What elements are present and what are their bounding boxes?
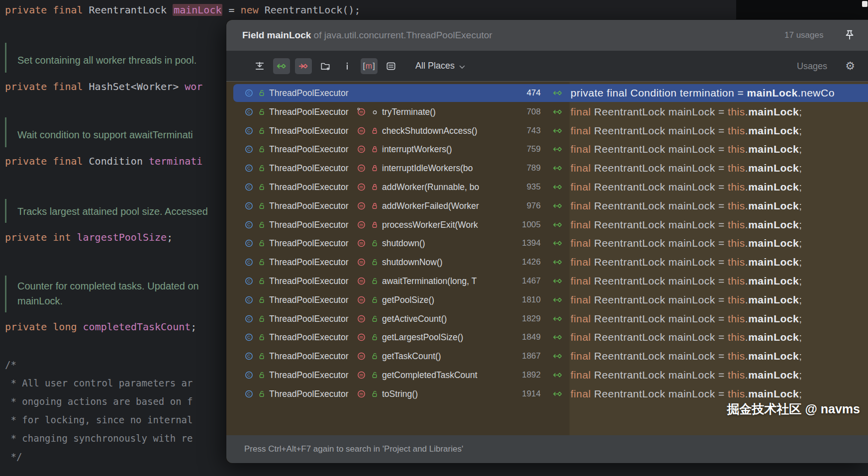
- code-preview: final ReentrantLock mainLock = this.main…: [571, 347, 868, 366]
- package-visibility-icon: [372, 108, 378, 115]
- usage-row[interactable]: CThreadPoolExecutormtryTerminate()708fin…: [226, 102, 868, 121]
- class-icon: C: [245, 126, 253, 135]
- class-icon: C: [245, 277, 253, 286]
- pin-icon[interactable]: [843, 29, 856, 42]
- svg-text:m: m: [360, 279, 363, 284]
- line-number: 708: [485, 102, 541, 121]
- read-access-icon: [553, 353, 563, 360]
- read-access-filter-button[interactable]: [273, 58, 290, 74]
- doc-comment-line: Wait condition to support awaitTerminati: [17, 128, 193, 142]
- editor-pane: Set containing all worker threads in poo…: [0, 0, 226, 476]
- doc-comment-line: Counter for completed tasks. Updated on: [17, 279, 199, 293]
- public-class-lock-icon: [259, 165, 265, 172]
- window-control-icon[interactable]: [862, 1, 868, 7]
- doc-comment-bar: [5, 199, 6, 223]
- chevron-down-icon: [459, 62, 465, 71]
- editor-code-line: private int largestPoolSize;: [5, 230, 173, 244]
- block-comment-line: */: [5, 450, 22, 463]
- find-usages-popup: Field mainLock of java.util.concurrent.T…: [226, 20, 868, 463]
- class-icon: C: [245, 314, 253, 323]
- usage-row[interactable]: CThreadPoolExecutormgetCompletedTaskCoun…: [226, 366, 868, 384]
- class-icon: C: [245, 239, 253, 248]
- folder-asterisk-button[interactable]: [317, 58, 334, 74]
- usage-row[interactable]: CThreadPoolExecutorminterruptWorkers()75…: [226, 140, 868, 159]
- method-name: getCompletedTaskCount: [382, 366, 488, 384]
- popup-toolbar: [m] All Places Usages ⚙: [226, 51, 868, 82]
- class-icon: C: [245, 164, 253, 173]
- gear-icon[interactable]: ⚙: [843, 59, 857, 73]
- svg-text:C: C: [247, 203, 251, 208]
- line-number: 474: [485, 84, 541, 102]
- read-access-icon: [553, 90, 563, 97]
- public-visibility-icon: [372, 240, 378, 247]
- read-access-icon: [553, 278, 563, 285]
- public-class-lock-icon: [259, 334, 265, 341]
- class-icon: C: [245, 107, 253, 116]
- method-name: checkShutdownAccess(): [382, 121, 488, 140]
- line-number: 759: [485, 140, 541, 159]
- usage-row[interactable]: CThreadPoolExecutormawaitTermination(lon…: [226, 272, 868, 290]
- class-name: ThreadPoolExecutor: [269, 234, 349, 253]
- svg-text:C: C: [247, 260, 251, 265]
- info-button[interactable]: [339, 58, 356, 74]
- svg-text:m: m: [360, 147, 363, 152]
- usage-row[interactable]: CThreadPoolExecutor474private final Cond…: [226, 84, 868, 102]
- usage-row[interactable]: CThreadPoolExecutorminterruptIdleWorkers…: [226, 159, 868, 178]
- line-number: 1829: [485, 309, 541, 328]
- private-visibility-icon: [372, 221, 378, 228]
- public-visibility-icon: [372, 278, 378, 285]
- class-icon: C: [245, 183, 253, 191]
- public-class-lock-icon: [259, 221, 265, 228]
- svg-text:m: m: [360, 335, 363, 340]
- line-number: 1394: [485, 234, 541, 253]
- method-filter-button[interactable]: [m]: [361, 58, 378, 74]
- usage-row[interactable]: CThreadPoolExecutormprocessWorkerExit(Wo…: [226, 215, 868, 234]
- editor-code-line: private long completedTaskCount;: [5, 320, 196, 334]
- editor-code-line: private final Condition terminati: [5, 154, 202, 168]
- svg-text:C: C: [247, 372, 251, 378]
- public-class-lock-icon: [259, 202, 265, 209]
- usage-row[interactable]: CThreadPoolExecutormshutdown()1394final …: [226, 234, 868, 253]
- public-visibility-icon: [372, 259, 378, 266]
- public-class-lock-icon: [259, 127, 265, 134]
- write-access-filter-button[interactable]: [295, 58, 312, 74]
- private-visibility-icon: [372, 127, 378, 134]
- class-icon: C: [245, 89, 253, 97]
- class-icon: C: [245, 389, 253, 398]
- class-icon: C: [245, 352, 253, 361]
- popup-footer: Press Ctrl+Alt+F7 again to search in 'Pr…: [226, 435, 868, 463]
- public-class-lock-icon: [259, 184, 265, 191]
- public-class-lock-icon: [259, 296, 265, 303]
- svg-text:C: C: [247, 90, 251, 95]
- usage-row[interactable]: CThreadPoolExecutormcheckShutdownAccess(…: [226, 121, 868, 140]
- preview-list-button[interactable]: [383, 58, 399, 74]
- read-access-icon: [553, 146, 563, 153]
- private-visibility-icon: [372, 184, 378, 191]
- open-in-toolwindow-button[interactable]: [251, 58, 268, 74]
- usage-row[interactable]: CThreadPoolExecutormgetActiveCount()1829…: [226, 309, 868, 328]
- class-name: ThreadPoolExecutor: [269, 384, 349, 403]
- usage-row[interactable]: CThreadPoolExecutormgetLargestPoolSize()…: [226, 328, 868, 347]
- svg-text:C: C: [247, 166, 251, 171]
- private-visibility-icon: [372, 146, 378, 153]
- ide-window: private final ReentrantLock mainLock = n…: [0, 0, 868, 476]
- doc-comment-bar: [5, 43, 6, 73]
- usage-row[interactable]: CThreadPoolExecutormgetTaskCount()1867fi…: [226, 347, 868, 366]
- class-name: ThreadPoolExecutor: [269, 178, 349, 196]
- usage-row[interactable]: CThreadPoolExecutormaddWorker(Runnable, …: [226, 178, 868, 196]
- line-number: 1810: [485, 290, 541, 309]
- svg-text:m: m: [360, 109, 363, 114]
- svg-text:C: C: [247, 222, 251, 227]
- public-visibility-icon: [372, 372, 378, 379]
- usage-row[interactable]: CThreadPoolExecutormgetPoolSize()1810fin…: [226, 290, 868, 309]
- line-number: 743: [485, 121, 541, 140]
- code-preview: final ReentrantLock mainLock = this.main…: [571, 253, 868, 272]
- usage-row[interactable]: CThreadPoolExecutormshutdownNow()1426fin…: [226, 253, 868, 272]
- class-name: ThreadPoolExecutor: [269, 140, 349, 159]
- method-icon: m: [357, 314, 366, 323]
- svg-text:C: C: [247, 354, 251, 359]
- scope-dropdown[interactable]: All Places: [415, 61, 465, 71]
- doc-comment-line: Tracks largest attained pool size. Acces…: [17, 204, 208, 218]
- private-visibility-icon: [372, 165, 378, 172]
- usage-row[interactable]: CThreadPoolExecutormaddWorkerFailed(Work…: [226, 196, 868, 215]
